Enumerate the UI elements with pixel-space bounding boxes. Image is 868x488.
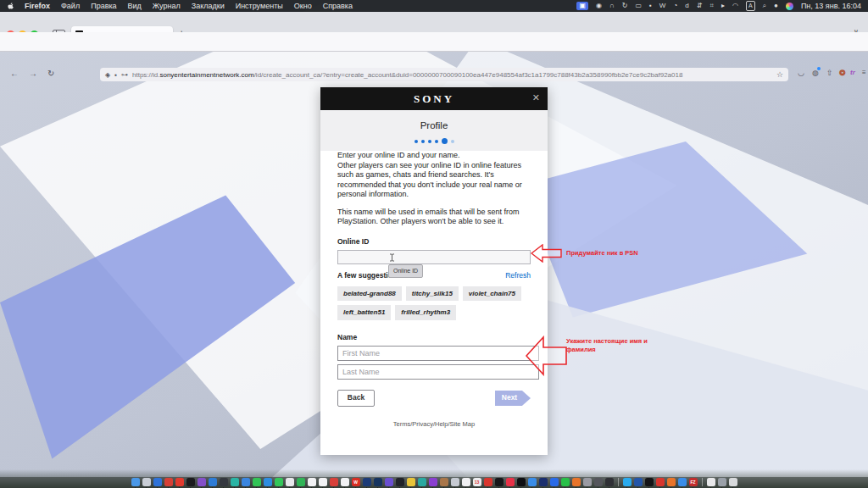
dock-app-app[interactable] (275, 478, 283, 486)
dock-app-app[interactable] (440, 478, 448, 486)
menu-item-файл[interactable]: Файл (61, 2, 80, 10)
dock-app-app[interactable] (583, 478, 592, 486)
headphones-icon[interactable]: ∩ (609, 2, 615, 10)
bookmark-star-icon[interactable]: ☆ (776, 70, 783, 79)
suggestion-chip[interactable]: violet_chain75 (463, 286, 521, 302)
dock-app-app[interactable] (385, 478, 393, 486)
dock-app-launchpad[interactable] (142, 478, 151, 486)
dock-app-app[interactable] (264, 478, 272, 486)
menu-item-firefox[interactable]: Firefox (25, 2, 50, 10)
addon-icon[interactable]: ❂ (839, 69, 846, 77)
tracking-shield-icon[interactable]: ◈ (105, 71, 110, 79)
dock-app-terminal[interactable] (645, 478, 654, 486)
dock-app-files-folder[interactable] (707, 478, 715, 486)
screen-sharing-icon[interactable]: ▣ (576, 2, 588, 10)
dock-app-telegram[interactable] (623, 478, 632, 486)
dock-app-trash[interactable] (729, 478, 737, 486)
suggestion-chip[interactable]: titchy_silk15 (406, 286, 459, 302)
dock-app-app[interactable] (175, 478, 184, 486)
last-name-field[interactable] (337, 364, 539, 380)
dock-app-app[interactable] (634, 478, 643, 486)
dock-app-calendar[interactable]: 13 (473, 478, 481, 486)
dock-app-app[interactable] (594, 478, 603, 486)
dock-app-photos[interactable] (286, 478, 294, 486)
forward-icon[interactable]: → (29, 69, 37, 79)
suggestion-chip[interactable]: left_batten51 (337, 305, 391, 320)
first-name-field[interactable] (337, 346, 539, 361)
dock-app-whatsapp[interactable] (253, 478, 261, 486)
dock-app-app[interactable] (297, 478, 305, 486)
dialog-close-icon[interactable]: ✕ (532, 92, 540, 103)
dock-app-music[interactable] (506, 478, 515, 486)
dock-app-app-store[interactable] (153, 478, 162, 486)
spotlight-icon[interactable]: ⌕ (763, 2, 766, 10)
dock-app-app[interactable] (330, 478, 338, 486)
dock-app-app[interactable] (418, 478, 426, 486)
dock-app-app[interactable] (462, 478, 470, 486)
menu-item-журнал[interactable]: Журнал (153, 2, 181, 10)
dock-app-app[interactable] (429, 478, 437, 486)
extension-icon[interactable]: ◍ (812, 69, 819, 77)
online-id-input[interactable] (337, 250, 531, 264)
dock-app-app[interactable] (550, 478, 559, 486)
dock-app-app[interactable] (561, 478, 570, 486)
menu-bar-clock[interactable]: Пн, 13 янв. 16:04 (801, 2, 861, 10)
menu-item-окно[interactable]: Окно (294, 2, 312, 10)
refresh-link[interactable]: Refresh (505, 271, 531, 281)
word-icon[interactable]: W (659, 2, 666, 10)
dock-app-app[interactable] (186, 478, 195, 486)
dock-app-app[interactable] (374, 478, 382, 486)
dialog-footer-links[interactable]: Terms/Privacy/Help/Site Map (320, 420, 548, 428)
display-icon[interactable]: ▭ (635, 2, 642, 10)
input-source-icon[interactable]: A (746, 1, 755, 11)
keyboard-icon[interactable]: ⌗ (709, 2, 714, 10)
dock-app-app[interactable] (678, 478, 687, 486)
menu-item-правка[interactable]: Правка (91, 2, 116, 10)
dock-app-finder[interactable] (131, 478, 140, 486)
camera-icon[interactable]: ◉ (596, 2, 602, 10)
dock-app-app[interactable] (319, 478, 327, 486)
dock-app-app[interactable] (605, 478, 614, 486)
menu-item-инструменты[interactable]: Инструменты (236, 2, 283, 10)
dock-app-app[interactable] (220, 478, 228, 486)
dock-app-app[interactable] (528, 478, 537, 486)
dock-app-filezilla[interactable]: FZ (689, 478, 698, 486)
share-icon[interactable]: ⇧ (826, 69, 833, 77)
dock-app-app[interactable] (209, 478, 217, 486)
dock-app-app[interactable] (656, 478, 665, 486)
sync-icon[interactable]: ↻ (622, 2, 628, 10)
play-icon[interactable]: ▸ (721, 2, 725, 10)
dock-app-app[interactable] (396, 478, 404, 486)
dock-app-app[interactable] (363, 478, 371, 486)
dock-app-app[interactable] (572, 478, 581, 486)
menu-item-закладки[interactable]: Закладки (192, 2, 225, 10)
dock-app-app[interactable] (242, 478, 250, 486)
pocket-icon[interactable]: ◡ (798, 69, 804, 77)
user-switch-icon[interactable]: ● (774, 2, 778, 10)
docker-icon[interactable]: d (685, 2, 688, 10)
back-icon[interactable]: ← (10, 69, 19, 79)
dock-app-app[interactable] (308, 478, 316, 486)
https-lock-icon[interactable]: ▪ (114, 71, 117, 79)
suggestion-chip[interactable]: frilled_rhythm3 (395, 305, 456, 320)
dock-app-app[interactable] (451, 478, 459, 486)
dock-app-app[interactable] (517, 478, 526, 486)
dock-app-app[interactable] (198, 478, 206, 486)
dock-app-downloads-folder[interactable] (718, 478, 726, 486)
menu-item-вид[interactable]: Вид (128, 2, 142, 10)
url-bar[interactable]: ◈ ▪ ⊶ https://id.sonyentertainmentnetwor… (100, 68, 788, 81)
wifi-icon[interactable]: ◠ (732, 2, 738, 10)
dock-app-apple-tv[interactable] (495, 478, 504, 486)
dock-app-app[interactable] (484, 478, 492, 486)
next-button[interactable]: Next (495, 391, 531, 406)
meter-icon[interactable]: ◔ (673, 2, 677, 10)
siri-icon[interactable] (786, 3, 793, 10)
apple-icon[interactable] (7, 2, 14, 10)
suggestion-chip[interactable]: belated-grand88 (337, 286, 402, 302)
dock-app-firefox[interactable] (667, 478, 676, 486)
menu-item-справка[interactable]: Справка (323, 2, 353, 10)
permissions-icon[interactable]: ⊶ (121, 71, 128, 79)
reload-icon[interactable]: ↻ (47, 69, 54, 79)
lock-icon[interactable]: ▪ (649, 2, 652, 10)
dock-app-word[interactable]: W (352, 478, 360, 486)
